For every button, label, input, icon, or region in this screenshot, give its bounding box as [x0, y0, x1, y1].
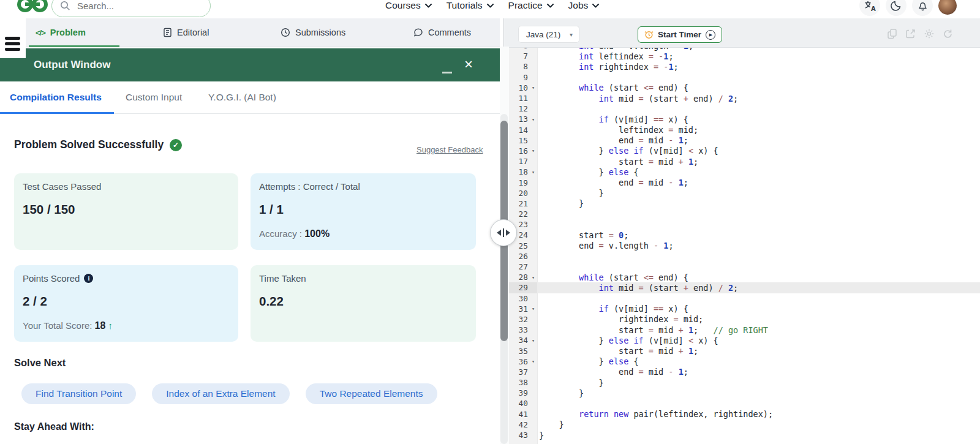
code-line-text[interactable]: } else {: [537, 167, 980, 177]
language-select[interactable]: Java (21) ▾: [519, 26, 579, 42]
fold-arrow-icon[interactable]: ▾: [529, 85, 537, 91]
fold-arrow-icon[interactable]: ▾: [529, 358, 537, 364]
code-line-text[interactable]: end = mid - 1;: [537, 135, 980, 146]
close-icon[interactable]: ×: [459, 48, 478, 81]
nav-link-tutorials[interactable]: Tutorials: [447, 0, 494, 11]
code-line-text[interactable]: [537, 103, 980, 114]
code-line-text[interactable]: [537, 209, 980, 219]
code-line-text[interactable]: start = 0;: [537, 230, 980, 240]
code-line-text[interactable]: end = v.length - 1;: [537, 241, 980, 251]
nav-link-jobs[interactable]: Jobs: [568, 0, 600, 11]
tab-problem[interactable]: </>Problem: [36, 18, 86, 47]
fold-arrow-icon[interactable]: ▾: [529, 306, 537, 312]
start-timer-button[interactable]: Start Timer ▶: [638, 26, 722, 43]
line-number: 15: [509, 135, 537, 146]
copy-icon[interactable]: [887, 28, 897, 39]
code-line-text[interactable]: return new pair(leftindex, rightindex);: [537, 409, 980, 420]
fullscreen-icon[interactable]: [905, 29, 916, 39]
dark-mode-button[interactable]: [886, 0, 907, 16]
solve-next-pill-two-repeated-elements[interactable]: Two Repeated Elements: [306, 383, 437, 404]
code-line-text[interactable]: while (start <= end) {: [537, 83, 980, 93]
line-number-text: 17: [509, 157, 529, 166]
code-line-text[interactable]: start = mid + 1;: [537, 345, 980, 356]
output-tab-custom-input[interactable]: Custom Input: [126, 81, 182, 113]
notifications-button[interactable]: [912, 0, 933, 16]
nav-link-label: Practice: [508, 0, 543, 11]
fold-arrow-icon[interactable]: ▾: [529, 148, 537, 154]
tab-comments[interactable]: Comments: [413, 18, 471, 47]
solve-next-pill-find-transition-point[interactable]: Find Transition Point: [21, 383, 136, 404]
fold-arrow-icon[interactable]: ▾: [529, 169, 537, 175]
code-line-text[interactable]: [537, 293, 980, 304]
code-line-text[interactable]: } else if (v[mid] < x) {: [537, 146, 980, 156]
fold-arrow-icon[interactable]: ▾: [529, 274, 537, 280]
avatar[interactable]: [938, 0, 957, 15]
output-tab-compilation-results[interactable]: Compilation Results: [10, 81, 102, 113]
nav-link-label: Jobs: [568, 0, 589, 11]
resize-right-arrow-icon: [506, 230, 510, 236]
resize-bar-icon: [503, 228, 504, 237]
code-line-text[interactable]: }: [537, 377, 980, 388]
tab-editorial[interactable]: Editorial: [163, 18, 209, 47]
code-line-text[interactable]: [537, 398, 980, 408]
line-number: 21: [509, 198, 537, 209]
code-line-text[interactable]: int rightindex = -1;: [537, 61, 980, 72]
code-line-text[interactable]: }: [537, 388, 980, 398]
code-line-text[interactable]: start = mid + 1;: [537, 156, 980, 167]
info-icon[interactable]: i: [84, 274, 93, 283]
settings-icon[interactable]: [924, 28, 935, 39]
code-line: 17 start = mid + 1;: [509, 156, 980, 167]
code-line-text[interactable]: start = mid + 1; // go RIGHT: [537, 325, 980, 335]
translate-button[interactable]: A: [859, 0, 880, 16]
panel-resize-handle[interactable]: [490, 219, 517, 246]
code-line: 25 end = v.length - 1;: [509, 241, 980, 251]
code-line-text[interactable]: }: [537, 198, 980, 209]
reset-icon[interactable]: [943, 29, 953, 39]
tab-submissions[interactable]: Submissions: [281, 18, 345, 47]
code-line-text[interactable]: }: [537, 188, 980, 198]
code-line-text[interactable]: int mid = (start + end) / 2;: [537, 93, 980, 103]
code-line-text[interactable]: int leftindex = -1;: [537, 51, 980, 61]
code-line: 41 return new pair(leftindex, rightindex…: [509, 409, 980, 420]
code-line-text[interactable]: [537, 262, 980, 272]
search-bar[interactable]: [51, 0, 211, 17]
fold-arrow-icon[interactable]: ▾: [529, 337, 537, 344]
code-line-text[interactable]: }: [537, 430, 980, 440]
minimize-icon[interactable]: [442, 72, 452, 73]
search-input[interactable]: [76, 0, 195, 12]
nav-link-practice[interactable]: Practice: [508, 0, 554, 11]
code-editor[interactable]: 6 int end = v.length - 1;7 int leftindex…: [509, 48, 980, 444]
sidebar-menu-button[interactable]: [0, 31, 26, 58]
line-number: 32: [509, 314, 537, 325]
code-line-text[interactable]: [537, 219, 980, 230]
code-line-text[interactable]: } else if (v[mid] < x) {: [537, 335, 980, 345]
nav-link-courses[interactable]: Courses: [385, 0, 432, 11]
code-line-text[interactable]: while (start <= end) {: [537, 272, 980, 282]
code-line-text[interactable]: if (v[mid] == x) {: [537, 114, 980, 124]
code-line: 14 leftindex = mid;: [509, 125, 980, 135]
code-line: 19 end = mid - 1;: [509, 177, 980, 187]
suggest-feedback-link[interactable]: Suggest Feedback: [417, 145, 483, 154]
output-tab-y-o-g-i-ai-bot[interactable]: Y.O.G.I. (AI Bot): [208, 81, 276, 113]
code-line-text[interactable]: end = mid - 1;: [537, 177, 980, 187]
code-line-text[interactable]: }: [537, 420, 980, 430]
code-line-text[interactable]: if (v[mid] == x) {: [537, 304, 980, 314]
fold-arrow-icon[interactable]: ▾: [529, 116, 537, 122]
code-line-text[interactable]: } else {: [537, 356, 980, 367]
code-line-text[interactable]: int mid = (start + end) / 2;: [537, 282, 980, 293]
stat-card-test-cases-passed: Test Cases Passed150 / 150: [14, 173, 238, 250]
solve-next-pills: Find Transition PointIndex of an Extra E…: [21, 383, 437, 404]
code-line-text[interactable]: [537, 72, 980, 83]
chevron-down-icon: [487, 4, 494, 8]
code-line-text[interactable]: leftindex = mid;: [537, 125, 980, 135]
tab-label: Comments: [428, 28, 471, 37]
code-line-text[interactable]: rightindex = mid;: [537, 314, 980, 325]
code-line-text[interactable]: [537, 251, 980, 262]
line-number: 38: [509, 377, 537, 388]
code-line-text[interactable]: end = mid - 1;: [537, 367, 980, 377]
notifications-icon: [918, 0, 928, 11]
line-number-text: 35: [509, 347, 529, 356]
solve-next-pill-index-of-an-extra-element[interactable]: Index of an Extra Element: [152, 383, 289, 404]
code-line: 12: [509, 103, 980, 114]
geeksforgeeks-logo-icon[interactable]: [17, 0, 48, 15]
